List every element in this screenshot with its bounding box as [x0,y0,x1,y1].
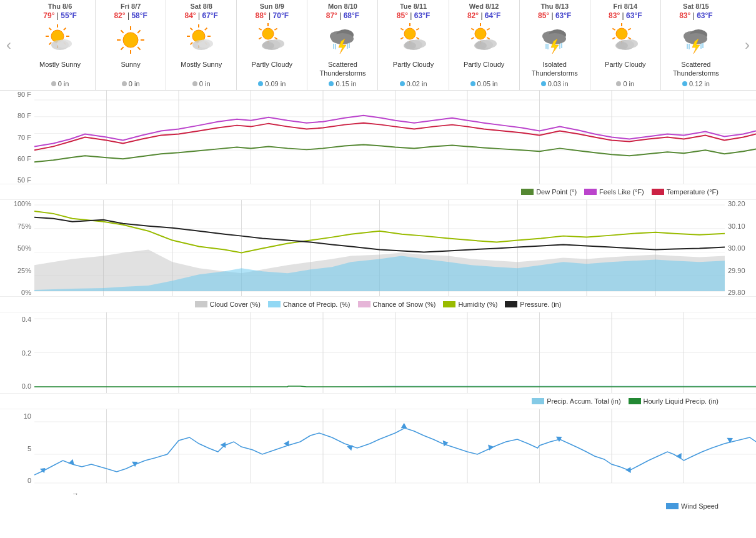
svg-line-33 [275,29,277,31]
temp-low: 63°F [626,11,642,20]
temp-high: 85° [397,11,408,20]
day-col-tue-8-11: Tue 8/1185° | 63°F Partly Cloudy0.02 in [377,0,448,90]
svg-line-34 [275,37,277,39]
temp-low: 55°F [61,11,76,20]
day-temps: 83° | 63°F [592,11,659,20]
svg-line-63 [471,37,474,39]
precip-amount: 0 in [26,80,94,87]
dew-point-swatch [521,189,534,195]
precip-dot [400,81,405,86]
precip-amount: 0 in [592,80,659,87]
temp-high: 83° [609,11,620,20]
precip-amount: 0.03 in [521,80,589,87]
precip-dot [122,81,127,86]
precip-value: 0.05 in [477,80,498,87]
precip-value: 0.02 in [407,80,427,87]
legend-feels-like: Feels Like (°F) [584,188,644,196]
weather-icon-thunderstorm [679,22,714,57]
svg-line-78 [628,37,630,39]
temp-low: 68°F [344,11,359,20]
cloud-cover-swatch [195,301,207,307]
svg-marker-148 [68,459,76,467]
svg-line-37 [259,29,262,31]
day-name: Wed 8/12 [450,2,518,10]
condition-label: Mostly Sunny [167,60,235,77]
precip-value: 0 in [129,80,140,87]
temp-y-axis: 90 F 80 F 70 F 60 F 50 F [0,91,34,184]
svg-line-80 [612,37,615,39]
day-col-sat-8-8: Sat 8/884° | 67°F Mostly Sunny0 in [166,0,236,90]
condition-label: Sunny [97,60,164,77]
precip-dot [682,81,687,86]
temperature-chart-wrapper: 90 F 80 F 70 F 60 F 50 F [0,91,756,184]
precip-amount: 0.02 in [379,80,447,87]
humidity-chart-wrapper: 100% 75% 50% 25% 0% [0,200,756,297]
svg-point-30 [198,39,213,48]
precip-dot [541,81,546,86]
wind-chart-svg [34,409,756,500]
weather-icon-thunderstorm [325,22,360,57]
svg-point-31 [262,28,274,39]
temp-low: 64°F [485,11,500,20]
svg-point-10 [57,39,72,48]
wind-y-axis: 10 5 0 [0,409,34,500]
weather-icon-thunderstorm [537,22,572,57]
day-col-sun-8-9: Sun 8/988° | 70°F Partly Cloudy0.09 in [236,0,307,90]
weather-widget: ‹ Thu 8/679° | 55°F Mostly Sunny0 inFri … [0,0,756,512]
humidity-swatch [443,301,455,307]
condition-label: Partly Cloudy [592,60,659,77]
hourly-precip-swatch [629,398,641,404]
precip-amount: 0.09 in [238,80,306,87]
temp-low: 58°F [131,11,147,20]
next-button[interactable]: › [742,33,753,57]
precip-value: 0.12 in [689,80,710,87]
svg-line-81 [612,29,615,31]
feels-like-swatch [584,189,597,195]
svg-point-57 [404,42,416,49]
day-temps: 88° | 70°F [238,11,306,20]
day-col-fri-8-7: Fri 8/782° | 58°F Sunny0 in [95,0,166,90]
day-name: Sat 8/15 [662,2,730,10]
temp-low: 70°F [273,11,289,20]
day-temps: 82° | 64°F [450,11,518,20]
legend-dew-point: Dew Point (°) [521,188,577,196]
condition-label: Scattered Thunderstorms [309,60,376,77]
svg-line-15 [137,47,140,49]
svg-point-40 [262,42,274,49]
precip-value: 0 in [199,80,211,87]
weather-icon-sunny [113,22,148,57]
temp-high: 79° [43,11,54,20]
precip-value: 0.09 in [265,80,286,87]
humid-y-axis: 100% 75% 50% 25% 0% [0,200,34,296]
legend-snow-chance: Chance of Snow (%) [358,301,436,308]
svg-line-54 [400,29,403,31]
legend-wind-speed: Wind Speed [666,502,719,510]
day-temps: 79° | 55°F [26,11,94,20]
precip-value: 0.03 in [548,80,569,87]
temp-low: 63°F [555,11,571,20]
svg-point-58 [475,28,486,39]
legend-hourly-precip: Hourly Liquid Precip. (in) [629,397,719,405]
svg-line-8 [49,28,52,31]
day-col-sat-8-15: Sat 8/1583° | 63°F Scattered Thunderstor… [660,0,731,90]
legend-precip-chance: Chance of Precip. (%) [268,301,351,308]
precip-dot [470,81,475,86]
legend-cloud-cover: Cloud Cover (%) [195,301,261,308]
svg-line-64 [471,29,474,31]
prev-button[interactable]: ‹ [3,33,14,57]
weather-icon-partly-cloudy [254,22,289,57]
day-name: Sat 8/8 [167,2,235,10]
days-row: ‹ Thu 8/679° | 55°F Mostly Sunny0 inFri … [0,0,756,91]
wind-speed-swatch [666,503,679,509]
svg-line-2 [64,28,66,31]
day-temps: 85° | 63°F [521,11,589,20]
svg-point-11 [123,32,138,47]
svg-line-17 [121,47,124,49]
temp-high: 88° [256,11,267,20]
day-temps: 85° | 63°F [379,11,447,20]
precip-dot [616,81,621,86]
temperature-swatch [652,189,664,195]
snow-chance-swatch [358,301,371,307]
wind-legend: Wind Speed [0,500,756,512]
condition-label: Partly Cloudy [450,60,518,77]
